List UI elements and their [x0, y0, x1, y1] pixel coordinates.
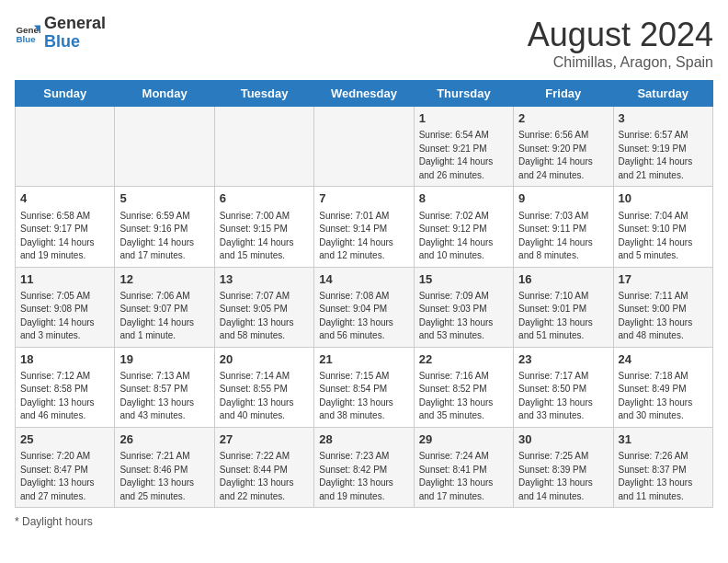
day-info: Sunrise: 7:01 AM Sunset: 9:14 PM Dayligh…	[319, 210, 408, 263]
day-info: Sunrise: 7:24 AM Sunset: 8:41 PM Dayligh…	[419, 450, 508, 503]
calendar-cell: 11Sunrise: 7:05 AM Sunset: 9:08 PM Dayli…	[16, 267, 115, 347]
day-number: 31	[619, 431, 708, 448]
day-info: Sunrise: 7:26 AM Sunset: 8:37 PM Dayligh…	[619, 450, 708, 503]
day-number: 23	[518, 351, 608, 368]
calendar-cell: 30Sunrise: 7:25 AM Sunset: 8:39 PM Dayli…	[514, 427, 613, 507]
day-info: Sunrise: 7:06 AM Sunset: 9:07 PM Dayligh…	[119, 290, 209, 343]
footer-note: * Daylight hours	[15, 515, 713, 528]
calendar-week-row: 18Sunrise: 7:12 AM Sunset: 8:58 PM Dayli…	[16, 347, 713, 427]
logo-text-blue: Blue	[44, 33, 106, 52]
day-number: 4	[20, 190, 109, 207]
logo-icon: General Blue	[15, 20, 40, 46]
calendar-cell: 16Sunrise: 7:10 AM Sunset: 9:01 PM Dayli…	[514, 267, 613, 347]
day-number: 28	[319, 431, 408, 448]
day-number: 24	[619, 351, 708, 368]
calendar-cell: 3Sunrise: 6:57 AM Sunset: 9:19 PM Daylig…	[613, 107, 712, 187]
day-number: 12	[119, 271, 209, 288]
day-info: Sunrise: 6:59 AM Sunset: 9:16 PM Dayligh…	[119, 210, 209, 263]
day-info: Sunrise: 7:03 AM Sunset: 9:11 PM Dayligh…	[518, 210, 608, 263]
day-info: Sunrise: 7:21 AM Sunset: 8:46 PM Dayligh…	[119, 450, 209, 503]
day-info: Sunrise: 7:13 AM Sunset: 8:57 PM Dayligh…	[119, 370, 209, 423]
day-info: Sunrise: 7:18 AM Sunset: 8:49 PM Dayligh…	[619, 370, 708, 423]
day-number: 22	[419, 351, 508, 368]
day-info: Sunrise: 7:14 AM Sunset: 8:55 PM Dayligh…	[220, 370, 309, 423]
day-number: 17	[619, 271, 708, 288]
day-number: 29	[419, 431, 508, 448]
day-info: Sunrise: 7:22 AM Sunset: 8:44 PM Dayligh…	[220, 450, 309, 503]
calendar-cell: 29Sunrise: 7:24 AM Sunset: 8:41 PM Dayli…	[414, 427, 513, 507]
calendar-cell: 31Sunrise: 7:26 AM Sunset: 8:37 PM Dayli…	[613, 427, 712, 507]
day-number: 10	[619, 190, 708, 207]
day-info: Sunrise: 6:56 AM Sunset: 9:20 PM Dayligh…	[518, 129, 608, 182]
calendar-cell: 22Sunrise: 7:16 AM Sunset: 8:52 PM Dayli…	[414, 347, 513, 427]
calendar-cell: 8Sunrise: 7:02 AM Sunset: 9:12 PM Daylig…	[414, 187, 513, 267]
day-info: Sunrise: 7:17 AM Sunset: 8:50 PM Dayligh…	[518, 370, 608, 423]
day-info: Sunrise: 7:07 AM Sunset: 9:05 PM Dayligh…	[220, 290, 309, 343]
calendar-table: SundayMondayTuesdayWednesdayThursdayFrid…	[15, 80, 713, 508]
calendar-cell: 17Sunrise: 7:11 AM Sunset: 9:00 PM Dayli…	[613, 267, 712, 347]
day-number: 25	[20, 431, 109, 448]
day-info: Sunrise: 7:10 AM Sunset: 9:01 PM Dayligh…	[518, 290, 608, 343]
calendar-cell	[314, 107, 414, 187]
day-info: Sunrise: 7:25 AM Sunset: 8:39 PM Dayligh…	[518, 450, 608, 503]
day-number: 5	[119, 190, 209, 207]
day-info: Sunrise: 7:12 AM Sunset: 8:58 PM Dayligh…	[20, 370, 109, 423]
title-area: August 2024 Chimillas, Aragon, Spain	[528, 15, 713, 71]
svg-text:Blue: Blue	[16, 34, 36, 44]
day-number: 18	[20, 351, 109, 368]
weekday-header: Tuesday	[214, 81, 313, 107]
calendar-cell: 24Sunrise: 7:18 AM Sunset: 8:49 PM Dayli…	[613, 347, 712, 427]
calendar-cell: 21Sunrise: 7:15 AM Sunset: 8:54 PM Dayli…	[314, 347, 414, 427]
day-info: Sunrise: 7:05 AM Sunset: 9:08 PM Dayligh…	[20, 290, 109, 343]
day-number: 7	[319, 190, 408, 207]
day-info: Sunrise: 7:04 AM Sunset: 9:10 PM Dayligh…	[619, 210, 708, 263]
weekday-header: Thursday	[414, 81, 513, 107]
calendar-cell: 27Sunrise: 7:22 AM Sunset: 8:44 PM Dayli…	[214, 427, 313, 507]
calendar-cell: 2Sunrise: 6:56 AM Sunset: 9:20 PM Daylig…	[514, 107, 613, 187]
weekday-header-row: SundayMondayTuesdayWednesdayThursdayFrid…	[16, 81, 713, 107]
weekday-header: Friday	[514, 81, 613, 107]
day-info: Sunrise: 7:11 AM Sunset: 9:00 PM Dayligh…	[619, 290, 708, 343]
calendar-cell: 26Sunrise: 7:21 AM Sunset: 8:46 PM Dayli…	[115, 427, 214, 507]
day-number: 3	[619, 110, 708, 127]
day-info: Sunrise: 6:58 AM Sunset: 9:17 PM Dayligh…	[20, 210, 109, 263]
day-number: 16	[518, 271, 608, 288]
day-number: 6	[220, 190, 309, 207]
calendar-cell: 25Sunrise: 7:20 AM Sunset: 8:47 PM Dayli…	[16, 427, 115, 507]
calendar-cell: 1Sunrise: 6:54 AM Sunset: 9:21 PM Daylig…	[414, 107, 513, 187]
weekday-header: Saturday	[613, 81, 712, 107]
calendar-cell: 7Sunrise: 7:01 AM Sunset: 9:14 PM Daylig…	[314, 187, 414, 267]
calendar-cell: 4Sunrise: 6:58 AM Sunset: 9:17 PM Daylig…	[16, 187, 115, 267]
calendar-cell: 18Sunrise: 7:12 AM Sunset: 8:58 PM Dayli…	[16, 347, 115, 427]
day-number: 15	[419, 271, 508, 288]
calendar-cell	[214, 107, 313, 187]
calendar-cell: 6Sunrise: 7:00 AM Sunset: 9:15 PM Daylig…	[214, 187, 313, 267]
weekday-header: Wednesday	[314, 81, 414, 107]
day-number: 9	[518, 190, 608, 207]
day-info: Sunrise: 7:23 AM Sunset: 8:42 PM Dayligh…	[319, 450, 408, 503]
day-number: 30	[518, 431, 608, 448]
calendar-cell: 10Sunrise: 7:04 AM Sunset: 9:10 PM Dayli…	[613, 187, 712, 267]
day-number: 19	[119, 351, 209, 368]
calendar-week-row: 25Sunrise: 7:20 AM Sunset: 8:47 PM Dayli…	[16, 427, 713, 507]
day-number: 26	[119, 431, 209, 448]
day-number: 1	[419, 110, 508, 127]
day-number: 21	[319, 351, 408, 368]
main-title: August 2024	[528, 15, 713, 54]
logo: General Blue General Blue	[15, 15, 106, 52]
weekday-header: Sunday	[16, 81, 115, 107]
day-info: Sunrise: 7:09 AM Sunset: 9:03 PM Dayligh…	[419, 290, 508, 343]
calendar-cell	[16, 107, 115, 187]
calendar-cell: 12Sunrise: 7:06 AM Sunset: 9:07 PM Dayli…	[115, 267, 214, 347]
header: General Blue General Blue August 2024 Ch…	[15, 15, 713, 71]
calendar-week-row: 11Sunrise: 7:05 AM Sunset: 9:08 PM Dayli…	[16, 267, 713, 347]
day-info: Sunrise: 7:15 AM Sunset: 8:54 PM Dayligh…	[319, 370, 408, 423]
calendar-week-row: 4Sunrise: 6:58 AM Sunset: 9:17 PM Daylig…	[16, 187, 713, 267]
day-number: 27	[220, 431, 309, 448]
day-info: Sunrise: 7:02 AM Sunset: 9:12 PM Dayligh…	[419, 210, 508, 263]
calendar-week-row: 1Sunrise: 6:54 AM Sunset: 9:21 PM Daylig…	[16, 107, 713, 187]
calendar-cell: 20Sunrise: 7:14 AM Sunset: 8:55 PM Dayli…	[214, 347, 313, 427]
calendar-cell: 5Sunrise: 6:59 AM Sunset: 9:16 PM Daylig…	[115, 187, 214, 267]
logo-text-general: General	[44, 15, 106, 33]
day-info: Sunrise: 6:54 AM Sunset: 9:21 PM Dayligh…	[419, 129, 508, 182]
